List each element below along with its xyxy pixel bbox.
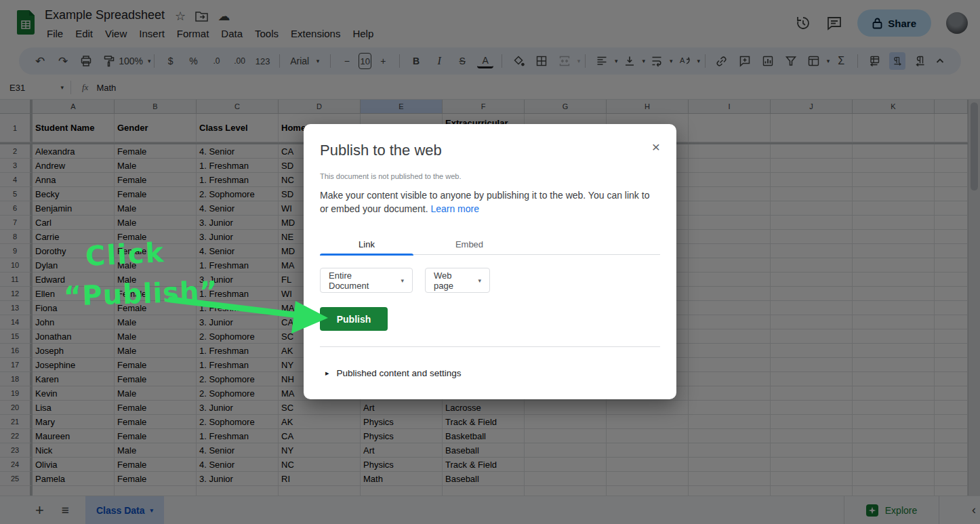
expander-triangle-icon: ▸: [325, 369, 329, 378]
publish-status-text: This document is not published to the we…: [320, 172, 462, 180]
dialog-divider: [320, 346, 660, 347]
publish-dialog: Publish to the web × This document is no…: [304, 124, 676, 399]
close-icon[interactable]: ×: [648, 139, 664, 155]
dialog-title: Publish to the web: [320, 142, 442, 159]
google-sheets-app: Example Spreadsheet ☆ ☁ FileEditViewInse…: [0, 0, 980, 524]
format-dropdown-value: Web page: [434, 270, 471, 291]
expander-label: Published content and settings: [337, 368, 462, 378]
dialog-tab-embed[interactable]: Embed: [413, 234, 525, 255]
dialog-tabs: LinkEmbed: [320, 234, 660, 255]
dialog-body-text: Make your content visible to anyone by p…: [320, 188, 660, 216]
scope-dropdown-value: Entire Document: [329, 270, 394, 291]
publish-button[interactable]: Publish: [320, 307, 388, 331]
dialog-tab-link[interactable]: Link: [320, 234, 413, 255]
publish-format-dropdown[interactable]: Web page ▾: [425, 268, 490, 293]
published-content-expander[interactable]: ▸ Published content and settings: [325, 368, 461, 378]
chevron-down-icon: ▾: [478, 277, 481, 284]
publish-scope-dropdown[interactable]: Entire Document ▾: [320, 268, 413, 293]
chevron-down-icon: ▾: [401, 277, 404, 284]
learn-more-link[interactable]: Learn more: [430, 203, 479, 214]
dialog-body-copy: Make your content visible to anyone by p…: [320, 190, 649, 214]
